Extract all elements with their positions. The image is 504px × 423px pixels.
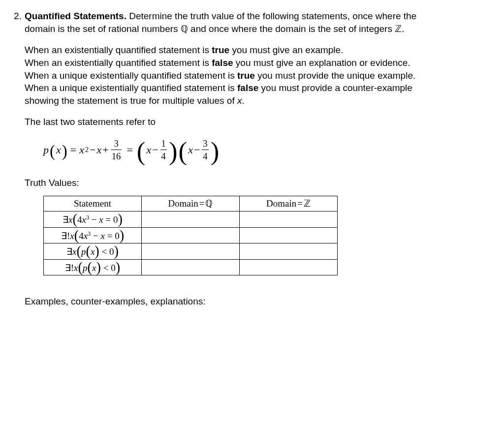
header-domain-q: Domain=ℚ <box>142 196 240 212</box>
cell-r2-z[interactable] <box>240 227 338 243</box>
problem-number: 2. <box>14 10 25 23</box>
cell-r4-q[interactable] <box>142 259 240 275</box>
refer-line: The last two statements refer to <box>25 116 490 128</box>
fraction-3-16: 316 <box>111 137 122 162</box>
table-row: ∃x(p(x) < 0) <box>44 243 338 260</box>
integers-symbol: ℤ <box>395 24 402 34</box>
cell-r3-q[interactable] <box>142 243 240 260</box>
truth-table: Statement Domain=ℚ Domain=ℤ ∃x(4x3 − x =… <box>43 196 338 275</box>
table-row: ∃!x(p(x) < 0) <box>44 259 338 275</box>
cell-r1-q[interactable] <box>142 211 240 227</box>
instructions-block: When an existentially quantified stateme… <box>25 44 490 107</box>
cell-r4-z[interactable] <box>240 259 338 275</box>
table-row: ∃!x(4x3 − x = 0) <box>44 227 338 243</box>
table-header-row: Statement Domain=ℚ Domain=ℤ <box>44 196 338 212</box>
header-domain-z: Domain=ℤ <box>240 196 338 212</box>
statement-2: ∃!x(4x3 − x = 0) <box>44 227 142 243</box>
statement-4: ∃!x(p(x) < 0) <box>44 259 142 275</box>
cell-r3-z[interactable] <box>240 243 338 260</box>
cell-r2-q[interactable] <box>142 227 240 243</box>
truth-values-label: Truth Values: <box>25 177 490 189</box>
statement-3: ∃x(p(x) < 0) <box>44 243 142 260</box>
rationals-symbol: ℚ <box>181 24 188 34</box>
examples-label: Examples, counter-examples, explanations… <box>25 295 490 308</box>
table-row: ∃x(4x3 − x = 0) <box>44 211 338 227</box>
problem-heading: 2. Quantified Statements. Determine the … <box>14 10 490 35</box>
problem-intro: Quantified Statements. Determine the tru… <box>25 10 416 35</box>
cell-r1-z[interactable] <box>240 211 338 227</box>
p-of-x-definition: p ( x ) = x2 − x + 316 = ( x − 14 ) ( x … <box>43 137 490 162</box>
fraction-3-4: 34 <box>202 137 208 162</box>
problem-title: Quantified Statements. <box>25 11 126 21</box>
header-statement: Statement <box>44 196 142 212</box>
statement-1: ∃x(4x3 − x = 0) <box>44 211 142 227</box>
fraction-1-4: 14 <box>160 137 167 162</box>
